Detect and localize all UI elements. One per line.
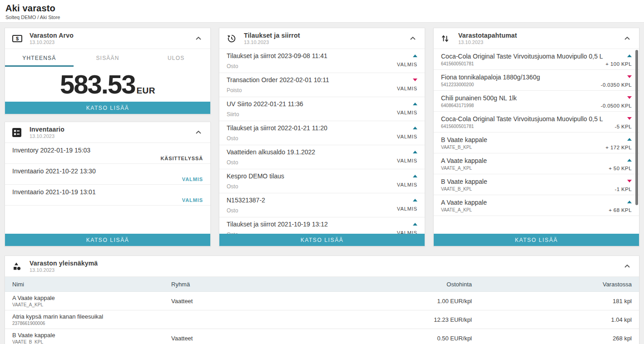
event-item-left: Chili punainen 500g NL 1lk 6408643171998 bbox=[441, 94, 517, 108]
order-item-left: Tilaukset ja siirrot 2023-09-08 11:41 Os… bbox=[227, 52, 327, 69]
order-list-item[interactable]: Tilaukset ja siirrot 2021-10-19 13:12 Os… bbox=[219, 217, 425, 234]
order-item-left: Vaatteiden alkusaldo 19.1.2022 Osto bbox=[227, 148, 315, 166]
card-warehouse-overview: Varaston yleisnäkymä 13.10.2023 Nimi Ryh… bbox=[5, 256, 639, 344]
product-stock: 181 kpl bbox=[472, 298, 632, 305]
order-item-left: Tilaukset ja siirrot 2021-10-19 13:12 Os… bbox=[227, 221, 328, 234]
event-list-item[interactable]: B Vaate kappale VAATE_B_KPL + 172 KPL bbox=[434, 133, 639, 153]
inventory-list-item[interactable]: Inventaario 2021-10-22 13:30 VALMIS bbox=[5, 164, 210, 185]
event-list-item[interactable]: Coca-Cola Original Taste Virvoitusjuoma … bbox=[434, 112, 639, 133]
see-more-button-inventory[interactable]: KATSO LISÄÄ bbox=[5, 234, 210, 246]
order-item-title: UV Siirto 2022-01-21 11:36 bbox=[227, 100, 303, 108]
event-item-right: + 100 KPL bbox=[605, 53, 632, 67]
product-price: 12.23 EUR/kpl bbox=[336, 316, 472, 323]
event-list-item[interactable]: A Vaate kappale VAATE_A_KPL + 50 KPL bbox=[434, 153, 639, 174]
card-date: 13.10.2023 bbox=[458, 39, 517, 45]
card-date: 13.10.2023 bbox=[30, 39, 74, 45]
card-title: Tilaukset ja siirrot bbox=[244, 32, 300, 39]
order-item-right: VALMIS bbox=[397, 124, 417, 142]
event-item-left: B Vaate kappale VAATE_B_KPL bbox=[441, 136, 487, 150]
order-item-type: Osto bbox=[227, 183, 284, 190]
event-list-item[interactable]: Chili punainen 500g NL 1lk 6408643171998… bbox=[434, 91, 639, 112]
overview-table-header: Nimi Ryhmä Ostohinta Varastossa bbox=[5, 277, 639, 292]
collapse-chevron-icon[interactable] bbox=[408, 35, 417, 42]
order-item-left: Kespro DEMO tilaus Osto bbox=[227, 172, 284, 190]
order-list-item[interactable]: Tilaukset ja siirrot 2023-09-08 11:41 Os… bbox=[219, 49, 425, 73]
collapse-chevron-icon[interactable] bbox=[623, 263, 632, 270]
order-item-right: VALMIS bbox=[397, 221, 417, 234]
direction-triangle-icon bbox=[413, 151, 417, 153]
direction-triangle-icon bbox=[627, 96, 632, 99]
inventory-item-title: Inventaario 2021-10-22 13:30 bbox=[12, 167, 203, 175]
card-title: Inventaario bbox=[30, 126, 64, 133]
collapse-chevron-icon[interactable] bbox=[194, 35, 203, 42]
event-list-item[interactable]: Fiona tonnikalapaloja 1880g/1360g 541223… bbox=[434, 70, 639, 91]
order-item-left: Tilaukset ja siirrot 2022-01-21 11:20 Os… bbox=[227, 124, 327, 142]
direction-triangle-icon bbox=[627, 138, 632, 141]
collapse-chevron-icon[interactable] bbox=[623, 35, 632, 42]
orders-list: Tilaukset ja siirrot 2023-09-08 11:41 Os… bbox=[219, 49, 425, 234]
column-header-varastossa: Varastossa bbox=[472, 281, 632, 288]
order-item-title: Vaatteiden alkusaldo 19.1.2022 bbox=[227, 148, 315, 156]
card-warehouse-value: $ Varaston Arvo 13.10.2023 YHTEENSÄ SISÄ… bbox=[5, 28, 211, 114]
event-list-item[interactable]: Coca-Cola Original Taste Virvoitusjuoma … bbox=[434, 49, 639, 70]
direction-triangle-icon bbox=[627, 117, 632, 120]
order-list-item[interactable]: N15321387-2 Osto VALMIS bbox=[219, 193, 425, 217]
event-item-code: VAATE_A_KPL bbox=[441, 207, 487, 212]
order-item-type: Osto bbox=[227, 207, 265, 214]
column-header-ostohinta: Ostohinta bbox=[336, 281, 472, 288]
tab-yhteensa[interactable]: YHTEENSÄ bbox=[5, 49, 74, 67]
dashboard-content: $ Varaston Arvo 13.10.2023 YHTEENSÄ SISÄ… bbox=[0, 23, 644, 344]
event-list-item[interactable]: A Vaate kappale VAATE_A_KPL + 68 KPL bbox=[434, 195, 639, 216]
top-grid: $ Varaston Arvo 13.10.2023 YHTEENSÄ SISÄ… bbox=[5, 28, 639, 246]
order-item-type: Osto bbox=[227, 231, 328, 234]
order-list-item[interactable]: Tilaukset ja siirrot 2022-01-21 11:20 Os… bbox=[219, 121, 425, 145]
product-stock: 1.04 kpl bbox=[472, 316, 632, 323]
event-item-right: + 50 KPL bbox=[609, 157, 632, 171]
status-badge: VALMIS bbox=[397, 62, 417, 67]
inventory-list-item[interactable]: Inventaario 2021-10-19 13:01 VALMIS bbox=[5, 185, 210, 206]
product-name: A Vaate kappale bbox=[12, 295, 171, 301]
page-header: Aki varasto Solteq DEMO / Aki Store bbox=[0, 0, 644, 23]
event-item-quantity: + 50 KPL bbox=[609, 166, 632, 171]
order-item-title: Transaction Order 2022-02-01 10:11 bbox=[227, 76, 329, 84]
order-item-type: Osto bbox=[227, 159, 315, 166]
event-item-quantity: -1 KPL bbox=[614, 187, 632, 192]
order-list-item[interactable]: Vaatteiden alkusaldo 19.1.2022 Osto VALM… bbox=[219, 145, 425, 169]
event-list-item[interactable]: B Vaate kappale VAATE_B_KPL -1 KPL bbox=[434, 174, 639, 195]
table-row[interactable]: A Vaate kappale VAATE_A_KPL Vaatteet 1.0… bbox=[5, 292, 639, 310]
product-code: VAATE_B_KPL bbox=[12, 339, 171, 344]
event-item-left: Coca-Cola Original Taste Virvoitusjuoma … bbox=[441, 115, 603, 129]
inventory-list-item[interactable]: Inventory 2022-01-19 15:03 KÄSITTELYSSÄ bbox=[5, 143, 210, 164]
shapes-icon bbox=[12, 262, 24, 271]
direction-triangle-icon bbox=[413, 199, 417, 201]
direction-triangle-icon bbox=[627, 54, 632, 57]
card-inventory: Inventaario 13.10.2023 Inventory 2022-01… bbox=[5, 122, 211, 246]
see-more-button-events[interactable]: KATSO LISÄÄ bbox=[434, 234, 639, 246]
table-row[interactable]: B Vaate kappale VAATE_B_KPL Vaatteet 0.5… bbox=[5, 329, 639, 344]
inventory-list-icon bbox=[12, 128, 24, 137]
card-overview-header: Varaston yleisnäkymä 13.10.2023 bbox=[5, 256, 639, 277]
collapse-chevron-icon[interactable] bbox=[194, 129, 203, 136]
event-item-left: Coca-Cola Original Taste Virvoitusjuoma … bbox=[441, 53, 603, 67]
event-item-title: A Vaate kappale bbox=[441, 157, 487, 164]
banknote-icon: $ bbox=[12, 35, 24, 42]
order-list-item[interactable]: UV Siirto 2022-01-21 11:36 Siirto VALMIS bbox=[219, 97, 425, 121]
product-group: Vaatteet bbox=[171, 298, 336, 305]
card-date: 13.10.2023 bbox=[30, 267, 98, 273]
events-scrollbar[interactable] bbox=[635, 50, 638, 205]
see-more-button-orders[interactable]: KATSO LISÄÄ bbox=[219, 234, 425, 246]
order-list-item[interactable]: Transaction Order 2022-02-01 10:11 Poist… bbox=[219, 73, 425, 97]
order-item-left: N15321387-2 Osto bbox=[227, 197, 265, 214]
direction-triangle-icon bbox=[413, 103, 417, 105]
card-title: Varastotapahtumat bbox=[458, 32, 517, 39]
event-item-title: Chili punainen 500g NL 1lk bbox=[441, 94, 517, 102]
event-item-quantity: + 172 KPL bbox=[605, 145, 632, 150]
tab-sisaan[interactable]: SISÄÄN bbox=[74, 49, 142, 67]
status-badge: VALMIS bbox=[397, 134, 417, 139]
tab-ulos[interactable]: ULOS bbox=[142, 49, 210, 67]
event-item-left: B Vaate kappale VAATE_B_KPL bbox=[441, 178, 487, 192]
order-list-item[interactable]: Kespro DEMO tilaus Osto VALMIS bbox=[219, 169, 425, 193]
see-more-button-value[interactable]: KATSO LISÄÄ bbox=[5, 102, 210, 114]
event-item-title: Fiona tonnikalapaloja 1880g/1360g bbox=[441, 74, 540, 81]
table-row[interactable]: Atria kypsä marin kanan fileesuikal 2378… bbox=[5, 310, 639, 329]
